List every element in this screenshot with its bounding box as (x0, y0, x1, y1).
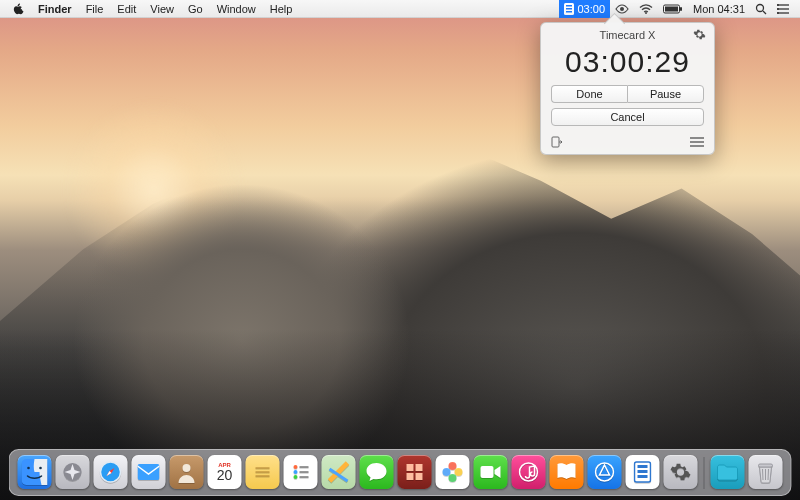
dock-reminders[interactable] (284, 455, 318, 489)
dock-contacts[interactable] (170, 455, 204, 489)
svg-point-34 (294, 465, 298, 469)
popover-header: Timecard X (541, 23, 714, 45)
menubar-clock[interactable]: Mon 04:31 (688, 0, 750, 18)
cancel-button[interactable]: Cancel (551, 108, 704, 126)
svg-point-4 (620, 7, 624, 11)
svg-point-45 (455, 468, 463, 476)
svg-point-47 (443, 468, 451, 476)
search-icon (755, 3, 767, 15)
menubar-left: Finder File Edit View Go Window Help (6, 0, 299, 18)
dock-facetime[interactable] (474, 455, 508, 489)
svg-rect-43 (416, 473, 423, 480)
svg-point-5 (645, 12, 647, 14)
menubar-battery-item[interactable] (658, 0, 688, 18)
dock-launchpad[interactable] (56, 455, 90, 489)
calendar-day: 20 (217, 468, 233, 482)
notes-icon (254, 463, 272, 481)
svg-line-56 (763, 469, 764, 480)
menubar-right: 03:00 (559, 0, 794, 18)
dock-messages[interactable] (360, 455, 394, 489)
svg-rect-55 (759, 464, 773, 467)
desktop[interactable]: Finder File Edit View Go Window Help 03:… (0, 0, 800, 500)
finder-icon (22, 459, 48, 485)
svg-point-44 (449, 462, 457, 470)
reminders-icon (292, 463, 310, 481)
menubar-clock-text: Mon 04:31 (693, 3, 745, 15)
menubar-notification-center[interactable] (772, 0, 794, 18)
expand-icon (551, 136, 563, 148)
menu-file[interactable]: File (79, 0, 111, 18)
menubar-spotlight[interactable] (750, 0, 772, 18)
svg-point-22 (27, 467, 30, 470)
timer-display: 03:00:29 (541, 45, 714, 85)
apple-menu[interactable] (6, 0, 31, 18)
maps-icon (328, 461, 350, 483)
dock-system-preferences[interactable] (664, 455, 698, 489)
svg-point-30 (183, 464, 191, 472)
menubar-app-name[interactable]: Finder (31, 0, 79, 18)
svg-rect-42 (407, 473, 414, 480)
popover-title: Timecard X (600, 29, 656, 41)
menubar-timecard-time: 03:00 (577, 3, 605, 15)
svg-rect-41 (416, 464, 423, 471)
dock-notes[interactable] (246, 455, 280, 489)
safari-icon (99, 460, 123, 484)
wifi-icon (639, 4, 653, 14)
menu-window[interactable]: Window (210, 0, 263, 18)
done-button[interactable]: Done (551, 85, 627, 103)
launchpad-icon (63, 462, 83, 482)
svg-rect-3 (566, 11, 572, 13)
dock-finder[interactable] (18, 455, 52, 489)
popover-button-row: Done Pause (551, 85, 704, 103)
menubar-wifi-item[interactable] (634, 0, 658, 18)
dock-timecard[interactable] (626, 455, 660, 489)
timecard-popover: Timecard X 03:00:29 Done Pause Cancel (540, 22, 715, 155)
pause-button[interactable]: Pause (627, 85, 704, 103)
dock-photos[interactable] (436, 455, 470, 489)
popover-menu-button[interactable] (690, 137, 704, 147)
svg-point-38 (294, 475, 298, 479)
dock-appstore[interactable] (588, 455, 622, 489)
menubar: Finder File Edit View Go Window Help 03:… (0, 0, 800, 18)
svg-point-14 (777, 4, 779, 6)
appstore-icon (595, 462, 615, 482)
settings-button[interactable] (693, 28, 706, 43)
popover-expand-button[interactable] (551, 136, 563, 148)
battery-icon (663, 4, 683, 14)
dock-maps[interactable] (322, 455, 356, 489)
menubar-timecard-item[interactable]: 03:00 (559, 0, 610, 18)
eye-icon (615, 4, 629, 14)
svg-rect-48 (481, 466, 494, 478)
svg-line-58 (768, 469, 769, 480)
svg-rect-40 (407, 464, 414, 471)
dock-separator (704, 457, 705, 489)
svg-rect-54 (638, 475, 648, 478)
ibooks-icon (557, 463, 577, 481)
itunes-icon (519, 462, 539, 482)
menu-go[interactable]: Go (181, 0, 210, 18)
dock-safari[interactable] (94, 455, 128, 489)
hamburger-icon (690, 137, 704, 147)
menu-help[interactable]: Help (263, 0, 300, 18)
contacts-icon (177, 461, 197, 483)
dock-calendar[interactable]: APR 20 (208, 455, 242, 489)
facetime-icon (480, 464, 502, 480)
folder-icon (717, 463, 739, 481)
trash-icon (757, 461, 775, 483)
dock-ibooks[interactable] (550, 455, 584, 489)
menu-edit[interactable]: Edit (110, 0, 143, 18)
svg-rect-29 (138, 464, 160, 480)
menu-view[interactable]: View (143, 0, 181, 18)
svg-rect-17 (552, 137, 559, 147)
svg-point-36 (294, 470, 298, 474)
dock-downloads[interactable] (711, 455, 745, 489)
svg-point-9 (757, 4, 764, 11)
dock-itunes[interactable] (512, 455, 546, 489)
svg-rect-2 (566, 8, 572, 10)
dock-photobooth[interactable] (398, 455, 432, 489)
dock-mail[interactable] (132, 455, 166, 489)
timecard-icon (564, 3, 574, 15)
dock-trash[interactable] (749, 455, 783, 489)
gear-large-icon (670, 461, 692, 483)
svg-rect-53 (638, 470, 648, 473)
